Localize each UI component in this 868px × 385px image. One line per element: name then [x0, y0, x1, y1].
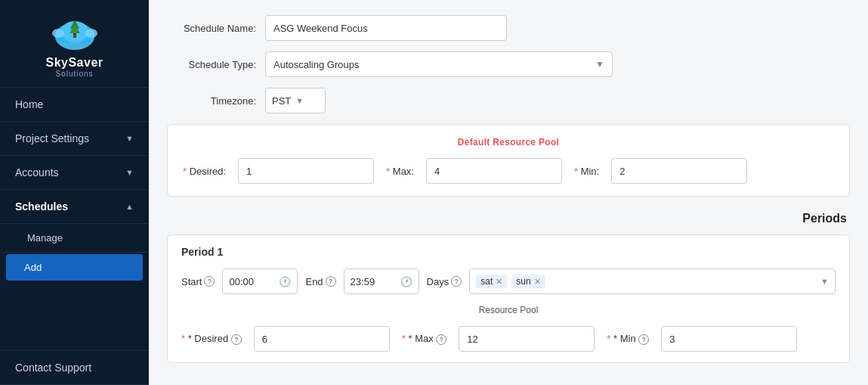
- chevron-down-icon: ▼: [125, 134, 134, 143]
- schedule-type-row: Schedule Type: Autoscaling Groups ▼: [167, 51, 850, 77]
- schedule-type-select[interactable]: Autoscaling Groups ▼: [265, 51, 613, 77]
- desired-text: Desired:: [190, 166, 226, 177]
- schedule-type-label: Schedule Type:: [167, 59, 265, 70]
- days-chevron-down-icon: ▼: [820, 277, 829, 286]
- period-resource-row: * * Desired ? * * Max ? * * Min ?: [181, 326, 836, 352]
- period-min-help-icon[interactable]: ?: [638, 334, 649, 345]
- timezone-row: Timezone: PST ▼: [167, 88, 850, 113]
- sidebar-item-contact-support-label: Contact Support: [15, 362, 91, 374]
- sidebar-item-project-settings-label: Project Settings: [15, 132, 89, 144]
- logo-sub: Solutions: [55, 70, 93, 78]
- period-max-help-icon[interactable]: ?: [436, 334, 446, 345]
- timezone-value: PST: [272, 95, 291, 107]
- day-tag-sun-close[interactable]: ✕: [534, 277, 541, 287]
- schedule-name-input[interactable]: [265, 15, 507, 41]
- sidebar-sub-item-add[interactable]: Add: [6, 254, 143, 281]
- max-star: *: [386, 166, 390, 177]
- schedule-type-value: Autoscaling Groups: [273, 59, 359, 70]
- start-label: Start ?: [181, 276, 215, 287]
- chevron-down-icon: ▼: [295, 96, 304, 105]
- days-label: Days ?: [427, 276, 462, 287]
- min-label: * Min:: [574, 166, 599, 177]
- day-tag-sun-label: sun: [516, 276, 530, 287]
- period-resource-pool-title: Resource Pool: [181, 305, 836, 315]
- svg-point-7: [52, 29, 64, 38]
- schedule-name-row: Schedule Name:: [167, 15, 850, 41]
- period-1-section: Period 1 Start ? 00:00 🕐 End ? 23:59 🕐 D…: [167, 234, 850, 363]
- days-input[interactable]: sat ✕ sun ✕ ▼: [469, 269, 836, 294]
- default-max-input[interactable]: [426, 158, 562, 184]
- timezone-select[interactable]: PST ▼: [265, 88, 326, 113]
- period-desired-help-icon[interactable]: ?: [231, 334, 242, 345]
- timezone-label: Timezone:: [167, 95, 265, 107]
- day-tag-sat-close[interactable]: ✕: [496, 277, 502, 287]
- sidebar-item-home-label: Home: [15, 98, 43, 110]
- end-label: End ?: [305, 276, 335, 287]
- desired-star: *: [183, 166, 187, 177]
- desired-label: * Desired:: [183, 166, 226, 177]
- clock-icon: 🕐: [400, 276, 412, 287]
- main-content: Schedule Name: Schedule Type: Autoscalin…: [149, 0, 868, 385]
- sidebar-item-accounts-label: Accounts: [15, 166, 59, 179]
- period-min-label: * * Min ?: [607, 333, 649, 345]
- period-desired-input[interactable]: [254, 326, 390, 352]
- start-help-icon[interactable]: ?: [204, 276, 215, 287]
- sidebar-sub-item-manage[interactable]: Manage: [0, 224, 149, 253]
- start-time-value: 00:00: [229, 276, 254, 287]
- skysaver-logo-icon: [51, 12, 99, 53]
- periods-header: Periods: [167, 212, 850, 225]
- end-time-input[interactable]: 23:59 🕐: [344, 269, 419, 294]
- logo-text: SkySaver: [45, 56, 103, 70]
- min-star: *: [574, 166, 578, 177]
- min-text: Min:: [581, 166, 600, 177]
- default-resource-pool-row: * Desired: * Max: * Min:: [183, 158, 834, 184]
- day-tag-sat-label: sat: [480, 276, 493, 287]
- max-text: Max:: [393, 166, 414, 177]
- end-help-icon[interactable]: ?: [326, 276, 336, 287]
- sidebar-item-contact-support[interactable]: Contact Support: [0, 350, 149, 385]
- svg-rect-6: [73, 33, 76, 38]
- period-min-input[interactable]: [661, 326, 797, 352]
- day-tag-sat: sat ✕: [476, 275, 507, 288]
- max-label: * Max:: [386, 166, 414, 177]
- period-1-title: Period 1: [181, 246, 836, 258]
- default-resource-pool-section: Default Resource Pool * Desired: * Max: …: [167, 124, 850, 197]
- schedule-name-label: Schedule Name:: [167, 23, 265, 34]
- clock-icon: 🕐: [279, 276, 291, 287]
- logo-area: SkySaver Solutions: [0, 0, 149, 88]
- days-help-icon[interactable]: ?: [451, 276, 462, 287]
- period-1-time-row: Start ? 00:00 🕐 End ? 23:59 🕐 Days ?: [181, 269, 836, 294]
- chevron-down-icon: ▼: [125, 168, 134, 177]
- sidebar: SkySaver Solutions Home Project Settings…: [0, 0, 149, 385]
- day-tag-sun: sun ✕: [511, 275, 545, 288]
- sidebar-item-home[interactable]: Home: [0, 88, 149, 122]
- sidebar-item-accounts[interactable]: Accounts ▼: [0, 156, 149, 190]
- chevron-down-icon: ▼: [595, 59, 604, 70]
- default-desired-input[interactable]: [238, 158, 374, 184]
- svg-point-8: [85, 29, 97, 38]
- sidebar-sub-item-manage-label: Manage: [27, 232, 63, 244]
- sidebar-item-project-settings[interactable]: Project Settings ▼: [0, 122, 149, 156]
- default-resource-pool-title: Default Resource Pool: [183, 137, 834, 147]
- chevron-up-icon: ▲: [125, 202, 134, 211]
- end-time-value: 23:59: [351, 276, 375, 287]
- default-min-input[interactable]: [611, 158, 747, 184]
- sidebar-sub-item-add-label: Add: [24, 262, 42, 273]
- period-desired-label: * * Desired ?: [181, 333, 242, 345]
- sidebar-item-schedules-label: Schedules: [15, 200, 68, 213]
- start-time-input[interactable]: 00:00 🕐: [222, 269, 298, 294]
- period-max-label: * * Max ?: [402, 333, 447, 345]
- sidebar-item-schedules[interactable]: Schedules ▲: [0, 190, 149, 224]
- period-max-input[interactable]: [459, 326, 595, 352]
